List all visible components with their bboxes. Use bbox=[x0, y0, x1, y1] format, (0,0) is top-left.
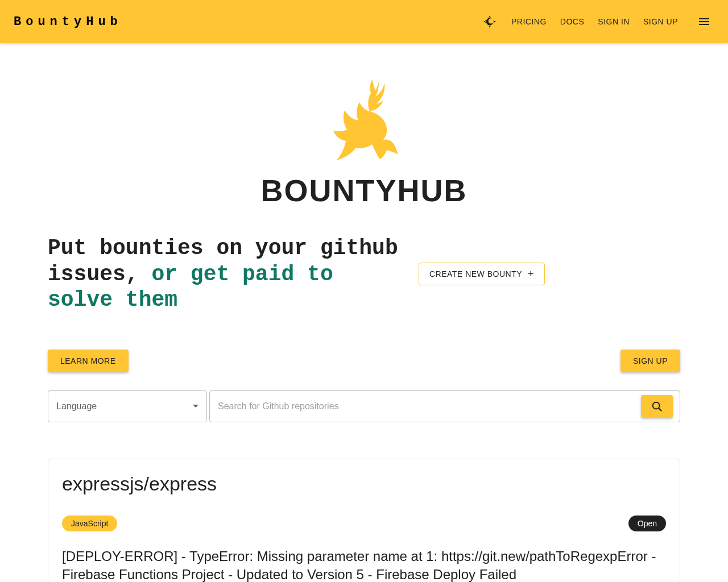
search-box bbox=[209, 390, 680, 422]
hero-title: BOUNTYHUB bbox=[261, 173, 468, 208]
hamburger-icon bbox=[697, 15, 711, 28]
deer-icon bbox=[324, 75, 404, 166]
svg-point-1 bbox=[489, 18, 494, 23]
repo-card: expressjs/express JavaScript Open [DEPLO… bbox=[48, 459, 680, 582]
tagline-text: Put bounties on your github issues, or g… bbox=[48, 235, 400, 313]
app-header: BountyHub PRICING DOCS SIGN IN SIGN UP bbox=[0, 0, 728, 43]
svg-rect-3 bbox=[699, 21, 709, 22]
svg-line-6 bbox=[659, 408, 661, 411]
create-bounty-button[interactable]: CREATE NEW BOUNTY + bbox=[419, 263, 545, 285]
nav-docs[interactable]: DOCS bbox=[558, 13, 586, 31]
signup-button[interactable]: SIGN UP bbox=[621, 350, 680, 372]
chip-row: JavaScript Open bbox=[62, 516, 666, 531]
issue-title[interactable]: [DEPLOY-ERROR] - TypeError: Missing para… bbox=[62, 547, 666, 582]
dark-mode-icon bbox=[482, 14, 497, 29]
learn-more-button[interactable]: LEARN MORE bbox=[48, 350, 129, 372]
search-icon bbox=[651, 400, 663, 413]
tagline-row: Put bounties on your github issues, or g… bbox=[48, 235, 680, 313]
repo-name[interactable]: expressjs/express bbox=[62, 473, 666, 495]
language-chip: JavaScript bbox=[62, 516, 117, 531]
search-input[interactable] bbox=[218, 401, 641, 411]
nav-signup[interactable]: SIGN UP bbox=[641, 13, 680, 31]
menu-button[interactable] bbox=[694, 11, 714, 32]
cta-row: LEARN MORE SIGN UP bbox=[48, 350, 680, 372]
svg-point-5 bbox=[653, 402, 660, 409]
nav-pricing[interactable]: PRICING bbox=[509, 13, 549, 31]
search-row: Language bbox=[48, 390, 680, 422]
search-button[interactable] bbox=[641, 395, 673, 418]
theme-toggle-button[interactable] bbox=[479, 11, 500, 32]
svg-rect-4 bbox=[699, 24, 709, 25]
chevron-down-icon bbox=[193, 405, 198, 408]
main-content: BOUNTYHUB Put bounties on your github is… bbox=[34, 43, 694, 582]
svg-rect-2 bbox=[699, 18, 709, 19]
language-select-label: Language bbox=[56, 401, 97, 411]
top-nav: PRICING DOCS SIGN IN SIGN UP bbox=[479, 11, 714, 32]
hero-logo-block: BOUNTYHUB bbox=[48, 43, 680, 208]
plus-icon: + bbox=[528, 269, 534, 279]
brand-logo-text[interactable]: BountyHub bbox=[14, 15, 122, 29]
deer-logo bbox=[324, 75, 404, 166]
language-select[interactable]: Language bbox=[48, 390, 207, 422]
nav-signin[interactable]: SIGN IN bbox=[595, 13, 632, 31]
status-chip: Open bbox=[628, 516, 666, 531]
create-bounty-label: CREATE NEW BOUNTY bbox=[429, 269, 522, 278]
